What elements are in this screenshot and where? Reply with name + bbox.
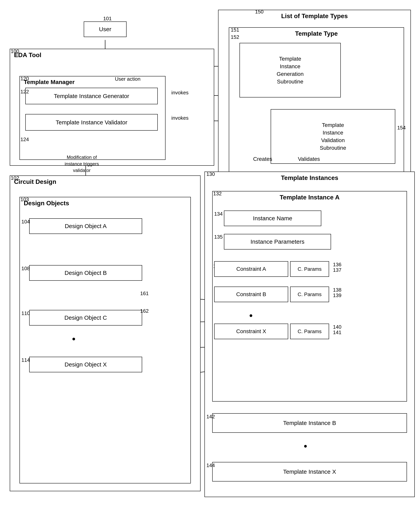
ref-142: 142 xyxy=(206,414,215,420)
ref-141: 141 xyxy=(333,329,341,336)
c-params-b-box: C. Params xyxy=(290,287,329,302)
design-object-b-box: Design Object B xyxy=(29,265,142,281)
ref-124: 124 xyxy=(21,136,29,142)
tig-label: Template Instance Generator xyxy=(54,93,129,99)
ltt-title: List of Template Types xyxy=(281,13,348,20)
ref-136: 136 xyxy=(333,261,341,268)
ref-152: 152 xyxy=(231,34,239,40)
ref-137: 137 xyxy=(333,267,341,273)
tib-label: Template Instance B xyxy=(283,420,336,426)
ref-135: 135 xyxy=(214,234,223,240)
ref-110: 110 xyxy=(22,310,30,316)
ref-114: 114 xyxy=(22,357,30,363)
dots-design-objects: • xyxy=(72,333,76,345)
dots-instances: • xyxy=(304,441,307,452)
ref-134: 134 xyxy=(214,211,223,217)
constraint-a-box: Constraint A xyxy=(214,261,288,277)
invokes2-label: invokes xyxy=(171,115,188,121)
instance-name-box: Instance Name xyxy=(224,210,321,226)
instance-parameters-box: Instance Parameters xyxy=(224,234,331,249)
design-object-a-box: Design Object A xyxy=(29,218,142,234)
c-params-x-label: C. Params xyxy=(298,329,322,335)
doc-label: Design Object C xyxy=(65,314,107,321)
modification-label: Modification of instance triggers valida… xyxy=(60,154,103,174)
invokes1-label: invokes xyxy=(171,90,188,96)
constraint-x-box: Constraint X xyxy=(214,324,288,339)
instance-name-label: Instance Name xyxy=(253,215,292,222)
validates-label: Validates xyxy=(298,156,320,162)
constraint-a-label: Constraint A xyxy=(236,266,266,272)
ref-102: 102 xyxy=(11,175,19,181)
ref-151: 151 xyxy=(231,27,239,33)
ref-122: 122 xyxy=(21,89,29,95)
constraint-x-label: Constraint X xyxy=(236,328,266,335)
design-objects-box: Design Objects xyxy=(20,197,191,483)
ref-103: 103 xyxy=(21,196,29,202)
ref-154: 154 xyxy=(397,125,406,131)
c-params-b-label: C. Params xyxy=(298,291,322,298)
template-instance-b-box: Template Instance B xyxy=(212,413,407,433)
c-params-x-box: C. Params xyxy=(290,324,329,339)
tigs-label: Template Instance Generation Subroutine xyxy=(277,55,304,86)
user-action-label: User action xyxy=(115,76,141,82)
ref-104: 104 xyxy=(22,219,30,225)
ref-101: 101 xyxy=(103,15,112,22)
ref-161: 161 xyxy=(140,291,149,297)
template-instance-generator-box: Template Instance Generator xyxy=(25,88,158,104)
template-instance-x-box: Template Instance X xyxy=(212,462,407,481)
tix-label: Template Instance X xyxy=(283,468,336,475)
constraint-b-label: Constraint B xyxy=(236,291,266,298)
doa-label: Design Object A xyxy=(65,223,107,229)
dox-label: Design Object X xyxy=(65,361,107,368)
tivs-label: Template Instance Validation Subroutine xyxy=(320,121,346,152)
creates-label: Creates xyxy=(253,156,272,162)
ref-108: 108 xyxy=(22,266,30,272)
do-title: Design Objects xyxy=(24,200,69,207)
tt-title: Template Type xyxy=(295,30,338,37)
c-params-a-label: C. Params xyxy=(298,266,322,272)
ref-139: 139 xyxy=(333,292,341,299)
design-object-c-box: Design Object C xyxy=(29,310,142,326)
template-instance-validator-box: Template Instance Validator xyxy=(25,114,158,131)
user-label: User xyxy=(99,26,111,33)
ref-100: 100 xyxy=(11,48,19,54)
design-object-x-box: Design Object X xyxy=(29,357,142,372)
ref-132: 132 xyxy=(213,191,222,197)
ref-162: 162 xyxy=(140,308,149,314)
dots-constraints: • xyxy=(249,310,253,321)
tivs-box: Template Instance Validation Subroutine xyxy=(271,109,395,164)
ti-title: Template Instances xyxy=(281,174,338,181)
ref-140: 140 xyxy=(333,324,341,330)
ref-130: 130 xyxy=(206,171,215,177)
tiv-label: Template Instance Validator xyxy=(56,119,127,126)
tia-title: Template Instance A xyxy=(280,194,340,201)
ref-120: 120 xyxy=(21,76,29,82)
constraint-b-box: Constraint B xyxy=(214,287,288,302)
cd-title: Circuit Design xyxy=(14,178,56,185)
diagram: 101 User User Interface 105 EDA Tool 100… xyxy=(0,0,420,508)
dob-label: Design Object B xyxy=(65,269,107,276)
ref-144: 144 xyxy=(206,462,215,468)
ref-150: 150 xyxy=(255,9,263,15)
user-box: User xyxy=(84,22,127,37)
template-manager-title: Template Manager xyxy=(24,79,75,85)
tigs-box: Template Instance Generation Subroutine xyxy=(239,43,341,97)
ref-138: 138 xyxy=(333,287,341,293)
instance-parameters-label: Instance Parameters xyxy=(251,239,304,245)
c-params-a-box: C. Params xyxy=(290,261,329,277)
